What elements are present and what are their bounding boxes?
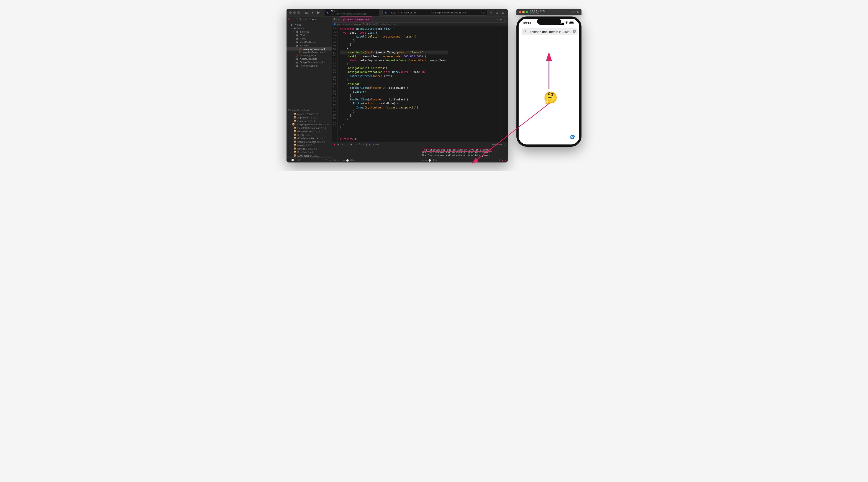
navigator-filter-input[interactable] — [295, 158, 324, 161]
package-googledatatransport[interactable]: ›📦GoogleDataTransport 9.4.0 — [286, 126, 332, 130]
debug-navigator-icon[interactable]: ⏱ — [308, 18, 311, 21]
run-button[interactable]: ▶ — [316, 10, 321, 15]
step-over-icon[interactable]: ↷ — [341, 143, 343, 146]
compose-icon[interactable] — [570, 135, 575, 141]
report-navigator-icon[interactable]: ▭ — [315, 18, 317, 21]
project-tree[interactable]: ⌄◧Notes⌄▣Notes›▣Services›▣Model›▣Views›▣… — [286, 22, 332, 108]
rotate-icon[interactable]: ↻ — [577, 10, 579, 14]
tree-item-views[interactable]: ›▣Views — [286, 37, 332, 40]
stop-button[interactable]: ■ — [310, 10, 315, 15]
disclosure-triangle-icon[interactable]: › — [293, 34, 295, 36]
tree-item-assets-xcassets[interactable]: ▣Assets.xcassets — [286, 57, 332, 61]
disclosure-triangle-icon[interactable]: › — [290, 141, 292, 143]
tree-item-notes[interactable]: ⌄▣Notes — [286, 27, 332, 30]
process-label[interactable]: Notes — [373, 143, 379, 146]
clear-icon[interactable] — [572, 30, 576, 34]
location-icon[interactable]: ↗ — [363, 143, 364, 146]
search-input-value[interactable]: Firestone documents in Swift? — [528, 30, 571, 34]
close-button[interactable] — [519, 11, 521, 13]
disclosure-triangle-icon[interactable]: ⌄ — [288, 24, 290, 26]
minimize-button[interactable] — [522, 11, 525, 13]
disclosure-triangle-icon[interactable]: › — [290, 130, 292, 132]
tree-item-preview-content[interactable]: ›▣Preview Content — [286, 64, 332, 67]
toggle-navigator-button[interactable]: ▦ — [304, 10, 309, 15]
disclosure-triangle-icon[interactable]: › — [293, 41, 295, 43]
package-googleutilities[interactable]: ›📦GoogleUtilities 7.13.1 — [286, 130, 332, 133]
package-abseil[interactable]: ›📦abseil 1.2024011601.1 — [286, 112, 332, 116]
step-out-icon[interactable]: ↑ — [348, 143, 349, 146]
add-button[interactable]: ＋ — [489, 10, 493, 15]
destination-device[interactable]: iPhone 15 Pro — [401, 11, 416, 14]
tree-item-screens[interactable]: ⌄▣Screens — [286, 44, 332, 47]
cancel-button[interactable]: Cancel — [579, 30, 582, 34]
zoom-button[interactable] — [297, 11, 300, 14]
disclosure-triangle-icon[interactable]: › — [293, 31, 295, 33]
library-button[interactable]: ⊞ — [495, 10, 499, 15]
tree-item-viewmodifiers[interactable]: ›▣ViewModifiers — [286, 40, 332, 44]
view-debug-icon[interactable]: ◈ — [350, 143, 352, 146]
pause-icon[interactable]: ⏸ — [337, 143, 339, 146]
disclosure-triangle-icon[interactable]: › — [290, 148, 292, 150]
tree-item-noteslistscreen-swift[interactable]: 🕊NotesListScreen.swift — [286, 47, 332, 51]
metadata-icon[interactable]: ☰ — [425, 159, 427, 161]
destination-scheme[interactable]: Notes — [390, 11, 396, 14]
related-items-icon[interactable]: ☰ — [333, 18, 336, 21]
source-control-navigator-icon[interactable]: ⎇ — [292, 18, 294, 21]
disclosure-triangle-icon[interactable]: › — [290, 113, 292, 115]
variables-view[interactable] — [332, 147, 420, 158]
close-button[interactable] — [289, 11, 292, 14]
jumpbar-segment[interactable]: Notes — [345, 23, 350, 25]
forward-button[interactable]: › — [338, 18, 339, 21]
jumpbar-segment[interactable]: Notes — [337, 23, 342, 25]
environment-overrides-icon[interactable]: ⚙ — [359, 143, 361, 146]
package-appcheck[interactable]: ›📦AppCheck 10.19.0 — [286, 116, 332, 119]
disclosure-triangle-icon[interactable]: › — [290, 117, 292, 119]
package-gtmsessionfetcher[interactable]: ›📦GTMSessionFetcher 3.4.1 — [286, 137, 332, 140]
package-nanopb[interactable]: ›📦nanopb 2.30910.0 — [286, 147, 332, 151]
tree-item-model[interactable]: ›▣Model — [286, 33, 332, 37]
disclosure-triangle-icon[interactable]: › — [290, 155, 292, 157]
jumpbar-segment[interactable]: body — [392, 23, 397, 25]
disclosure-triangle-icon[interactable]: › — [290, 144, 292, 146]
disclosure-triangle-icon[interactable]: › — [290, 134, 292, 136]
test-navigator-icon[interactable]: ◇ — [305, 18, 307, 21]
package-firebase[interactable]: ›📦Firebase 10.24.0 — [286, 119, 332, 123]
memory-graph-icon[interactable]: ○○ — [354, 143, 357, 146]
disclosure-triangle-icon[interactable]: › — [290, 151, 292, 153]
scope-selector[interactable]: Auto — [334, 159, 338, 161]
disclosure-triangle-icon[interactable]: ⌄ — [293, 44, 295, 47]
tree-item-services[interactable]: ›▣Services — [286, 30, 332, 33]
add-editor-icon[interactable]: ▢ — [504, 18, 506, 21]
scheme-selector[interactable]: ◧ Notes #1 – Add "Notes for iOS" sample … — [324, 9, 379, 16]
package-googleappmeasurement[interactable]: ›📦GoogleAppMeasurement 10.24.0 — [286, 123, 332, 126]
minimap-icon[interactable]: ≡ — [497, 18, 498, 21]
tree-item-notes[interactable]: ⌄◧Notes — [286, 23, 332, 27]
package-swiftprotobuf[interactable]: ›📦SwiftProtobuf 1.26.0 — [286, 154, 332, 157]
disclosure-triangle-icon[interactable]: › — [293, 37, 295, 40]
code-text[interactable]: extension NotesListScreen: View { var bo… — [338, 26, 450, 142]
bookmark-navigator-icon[interactable]: ☰ — [296, 18, 298, 21]
tree-item-noteeditscreen-swift[interactable]: 🕊NoteEditScreen.swift — [286, 51, 332, 54]
disclosure-triangle-icon[interactable]: › — [293, 65, 295, 67]
find-navigator-icon[interactable]: ⚲ — [299, 18, 301, 21]
search-bar[interactable]: Firestone documents in Swift? — [522, 28, 578, 35]
package-interopforgoogle[interactable]: ›📦InteropForGoogle 100.0.0 — [286, 140, 332, 144]
tab-active[interactable]: 🕊 NotesListScreen.swift — [340, 17, 372, 22]
disclosure-triangle-icon[interactable]: › — [290, 120, 292, 122]
tree-item-googleservice-info-plist[interactable]: ▤GoogleService-Info.plist — [286, 61, 332, 64]
disclosure-triangle-icon[interactable]: ⌄ — [290, 27, 292, 29]
quicklook-icon[interactable]: 👁 — [343, 159, 345, 161]
back-button[interactable]: ‹ — [336, 18, 337, 21]
package-grpc[interactable]: ›📦gRPC 1.62.2 — [286, 133, 332, 137]
disclosure-triangle-icon[interactable]: › — [290, 123, 291, 126]
add-file-icon[interactable]: ＋ — [288, 158, 290, 161]
quicklook-icon[interactable]: 👁 — [422, 159, 424, 161]
breakpoint-toggle-icon[interactable]: ▮ — [334, 143, 335, 146]
warning-icon[interactable]: ⚠ — [480, 11, 483, 14]
disclosure-triangle-icon[interactable]: › — [290, 137, 292, 140]
package-leveldb[interactable]: ›📦leveldb 1.22.5 — [286, 144, 332, 147]
jumpbar-segment[interactable]: NotesListScreen.swift — [366, 23, 387, 25]
package-promises[interactable]: ›📦Promises 2.4.0 — [286, 151, 332, 154]
minimize-button[interactable] — [293, 11, 296, 14]
breakpoint-navigator-icon[interactable]: ◆ — [312, 18, 314, 21]
